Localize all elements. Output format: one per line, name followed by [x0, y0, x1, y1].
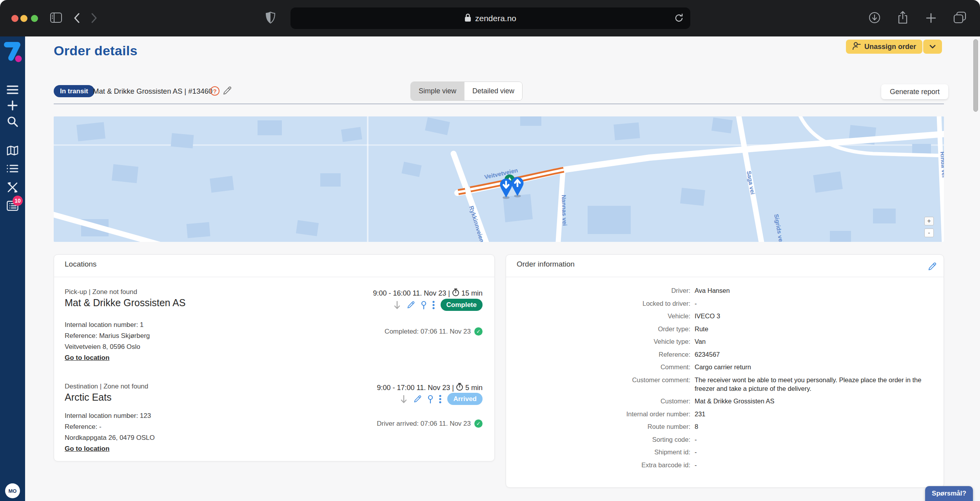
row-value: -: [695, 461, 697, 469]
row-label: Customer:: [506, 397, 690, 405]
edit-pickup-icon[interactable]: [407, 301, 415, 309]
locations-card-title: Locations: [65, 260, 96, 269]
pickup-actions: Complete: [393, 299, 483, 311]
destination-go-to-location-link[interactable]: Go to location: [65, 445, 109, 453]
collapse-arrow-icon[interactable]: [393, 301, 401, 309]
row-label: Internal order number:: [506, 410, 690, 418]
collapse-arrow-icon[interactable]: [400, 395, 408, 403]
divider: [54, 277, 494, 277]
order-info-row: Shipment id:-: [506, 448, 936, 456]
pin-location-icon[interactable]: [428, 395, 433, 403]
forward-button[interactable]: [91, 13, 97, 23]
help-icon[interactable]: ?: [210, 86, 220, 96]
order-info-row: Route number:8: [506, 422, 936, 431]
row-label: Order type:: [506, 325, 690, 333]
pickup-completed-line: Completed: 07:06 11. Nov 23 ✓: [385, 327, 483, 336]
order-info-row: Extra barcode id:-: [506, 461, 936, 469]
share-icon[interactable]: [897, 11, 908, 24]
zoom-window-button[interactable]: [31, 15, 38, 22]
view-toggle: Simple view Detailed view: [410, 82, 523, 101]
unassign-order-label: Unassign order: [864, 43, 916, 51]
lock-icon: [465, 13, 471, 24]
status-badge: In transit: [54, 85, 94, 97]
order-info-row: Vehicle type:Van: [506, 337, 936, 346]
row-label: Shipment id:: [506, 448, 690, 456]
back-button[interactable]: [74, 13, 80, 23]
destination-time-window: 9:00 - 17:00 11. Nov 23 | 5 min: [377, 383, 483, 393]
minimize-window-button[interactable]: [20, 15, 27, 22]
row-value: The receiver wont be able to meet you pe…: [695, 376, 936, 393]
pickup-duration-text: 15 min: [461, 289, 483, 298]
row-value: 231: [695, 410, 706, 418]
order-info-row: Order type:Rute: [506, 325, 936, 333]
row-value: 6234567: [695, 350, 720, 359]
pickup-status-badge: Complete: [441, 299, 483, 311]
header-divider: [54, 103, 944, 104]
destination-location-block: Destination | Zone not found Arctic Eats…: [65, 380, 483, 472]
order-info-row: Internal order number:231: [506, 410, 936, 418]
user-avatar[interactable]: MO: [5, 483, 20, 498]
destination-status-badge: Arrived: [447, 393, 483, 405]
app-content: 10 MO Order details Unassign order In tr…: [0, 36, 980, 501]
destination-arrived-line: Driver arrived: 07:06 11. Nov 23 ✓: [377, 419, 483, 428]
left-sidebar: 10 MO: [0, 36, 25, 501]
order-info-row: Vehicle:IVECO 3: [506, 312, 936, 320]
edit-order-info-icon[interactable]: [928, 262, 937, 271]
generate-report-button[interactable]: Generate report: [881, 84, 948, 99]
reload-icon[interactable]: [674, 13, 684, 25]
planning-tools-icon[interactable]: [0, 181, 25, 194]
shield-icon[interactable]: [266, 12, 275, 24]
menu-icon[interactable]: [0, 83, 25, 96]
pickup-location-block: Pick-up | Zone not found Mat & Drikke Gr…: [65, 285, 483, 378]
destination-time-text: 9:00 - 17:00 11. Nov 23 |: [377, 384, 454, 392]
row-label: Customer comment:: [506, 376, 690, 393]
edit-destination-icon[interactable]: [414, 395, 422, 403]
pin-location-icon[interactable]: [421, 301, 426, 309]
new-tab-icon[interactable]: [926, 13, 936, 24]
order-info-rows: Driver:Ava Hansen Locked to driver:- Veh…: [506, 286, 944, 473]
map[interactable]: Rykkinnveien Veitvetveien Nannas vei Sag…: [54, 116, 944, 242]
pickup-reference: Reference: Marius Skjørberg: [65, 332, 150, 340]
check-circle-icon: ✓: [474, 327, 483, 336]
row-label: Vehicle type:: [506, 337, 690, 346]
list-icon[interactable]: [0, 162, 25, 175]
map-zoom-in-button[interactable]: +: [924, 217, 934, 225]
street-label-center: Nannas vei: [561, 195, 568, 226]
unassign-order-button[interactable]: Unassign order: [846, 40, 942, 54]
more-options-icon[interactable]: [432, 301, 435, 309]
tab-simple-view[interactable]: Simple view: [411, 82, 464, 100]
map-zoom-out-button[interactable]: -: [924, 229, 934, 237]
destination-arrived-text: Driver arrived: 07:06 11. Nov 23: [377, 420, 471, 428]
close-window-button[interactable]: [11, 15, 18, 22]
more-options-icon[interactable]: [439, 395, 441, 403]
search-icon[interactable]: [0, 115, 25, 128]
add-icon[interactable]: [0, 99, 25, 112]
stopwatch-icon: [452, 288, 459, 298]
map-icon[interactable]: [0, 144, 25, 157]
zendera-logo[interactable]: [3, 40, 23, 65]
destination-internal-number: Internal location number: 123: [65, 412, 151, 420]
page-scrollbar[interactable]: [973, 39, 978, 112]
pickup-time-window: 9:00 - 16:00 11. Nov 23 | 15 min: [373, 288, 483, 298]
downloads-icon[interactable]: [869, 12, 880, 24]
edit-order-icon[interactable]: [223, 86, 232, 95]
row-value: 8: [695, 422, 698, 431]
question-button[interactable]: Spørsmål?: [925, 486, 973, 501]
unassign-dropdown-button[interactable]: [923, 40, 942, 54]
pickup-type: Pick-up | Zone not found: [65, 288, 137, 296]
address-bar[interactable]: zendera.no: [290, 7, 690, 29]
chevron-down-icon: [929, 43, 936, 50]
row-label: Locked to driver:: [506, 299, 690, 308]
row-value: IVECO 3: [695, 312, 720, 320]
person-minus-icon: [852, 42, 861, 52]
row-value: Ava Hansen: [695, 286, 730, 295]
notification-badge: 10: [13, 196, 23, 206]
order-info-row: Reference:6234567: [506, 350, 936, 359]
pickup-completed-text: Completed: 07:06 11. Nov 23: [385, 328, 471, 336]
url-text: zendera.no: [475, 14, 516, 23]
row-label: Sorting code:: [506, 435, 690, 444]
pickup-go-to-location-link[interactable]: Go to location: [65, 354, 109, 362]
tab-overview-icon[interactable]: [953, 11, 966, 24]
tab-detailed-view[interactable]: Detailed view: [464, 82, 522, 100]
sidebar-toggle-icon[interactable]: [50, 13, 62, 23]
